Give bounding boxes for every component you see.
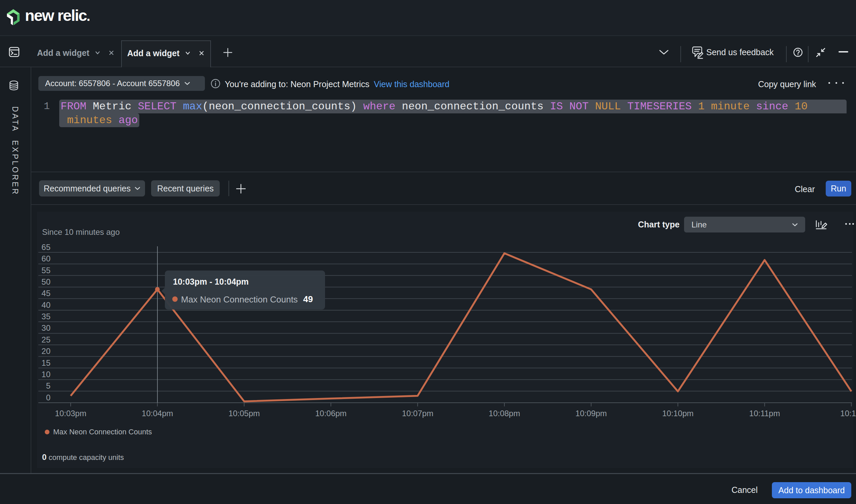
svg-text:25: 25 <box>41 335 51 344</box>
svg-text:60: 60 <box>41 254 51 263</box>
svg-text:30: 30 <box>41 323 51 332</box>
svg-text:40: 40 <box>41 301 51 309</box>
svg-text:10:06pm: 10:06pm <box>315 409 346 418</box>
svg-text:10:04pm: 10:04pm <box>142 409 173 418</box>
svg-text:10:05pm: 10:05pm <box>229 409 260 418</box>
svg-text:50: 50 <box>41 277 51 286</box>
svg-text:10:08pm: 10:08pm <box>488 409 520 418</box>
svg-text:35: 35 <box>41 312 51 321</box>
svg-text:10:10pm: 10:10pm <box>662 409 694 418</box>
svg-text:10: 10 <box>41 370 51 379</box>
svg-text:10:09pm: 10:09pm <box>575 409 607 418</box>
svg-text:10:03pm: 10:03pm <box>55 409 86 418</box>
svg-text:45: 45 <box>41 289 51 298</box>
svg-text:10:07pm: 10:07pm <box>402 409 433 418</box>
svg-text:5: 5 <box>46 381 51 390</box>
svg-text:65: 65 <box>41 242 51 252</box>
svg-text:0: 0 <box>46 393 51 402</box>
svg-text:10:11pm: 10:11pm <box>749 409 780 418</box>
svg-text:55: 55 <box>41 266 51 275</box>
svg-text:15: 15 <box>41 358 51 367</box>
svg-text:10:12pm: 10:12pm <box>840 409 856 418</box>
svg-text:20: 20 <box>41 346 51 356</box>
